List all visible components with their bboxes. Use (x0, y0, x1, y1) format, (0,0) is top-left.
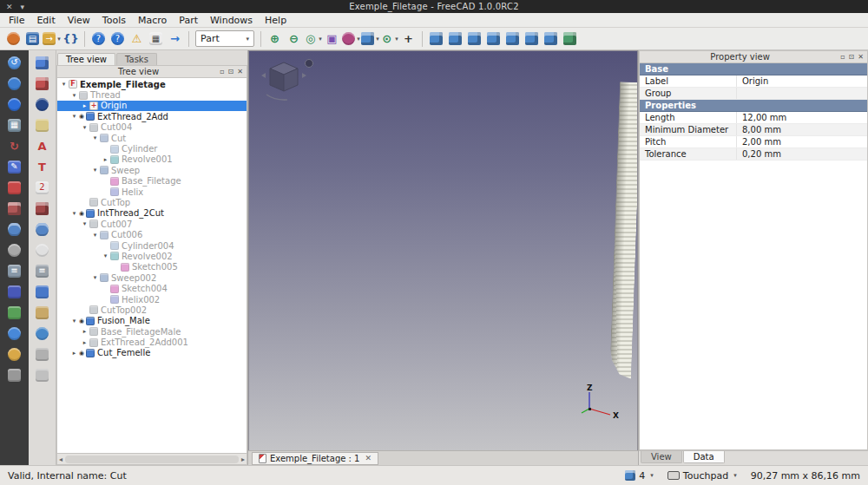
tree-item-cut007[interactable]: ▾Cut007 (57, 219, 247, 229)
tree-item-cut006[interactable]: ▾Cut006 (57, 229, 247, 239)
tree-horizontal-scrollbar[interactable]: ◂ ▸ (56, 454, 247, 465)
stack-button[interactable]: ≡ (33, 263, 52, 279)
visibility-eye-icon[interactable]: ◉ (79, 350, 84, 357)
tree-item-helix002[interactable]: Helix002 (57, 294, 247, 305)
tree-item-thread[interactable]: ▾Thread (57, 89, 247, 100)
tree-item-sketch004[interactable]: Sketch004 (57, 283, 247, 293)
sphere-white-button[interactable] (33, 242, 52, 258)
axis-cross-button[interactable]: + (399, 29, 418, 48)
box-light-button[interactable] (33, 346, 52, 362)
scroll-right-icon[interactable]: ▸ (241, 456, 245, 463)
tab-close-icon[interactable]: ✕ (365, 454, 372, 462)
sphere-gray-button[interactable] (5, 242, 24, 258)
tree-item-cuttop002[interactable]: CutTop002 (57, 305, 247, 315)
chip-button[interactable] (5, 284, 24, 299)
property-row-tolerance[interactable]: Tolerance0,20 mm (640, 148, 867, 161)
expander-icon[interactable]: ▾ (80, 124, 89, 131)
book-button[interactable] (5, 305, 24, 320)
title-bar[interactable]: ✕ ▾ Exemple_Filetage - FreeCAD 1.0.0RC2 (0, 0, 868, 13)
stop-button[interactable] (5, 180, 24, 195)
dock-close-icon[interactable]: ✕ (858, 53, 864, 61)
cube-red-button[interactable] (33, 75, 52, 91)
box-gray-button[interactable] (5, 367, 24, 383)
tree-item-helix[interactable]: Helix (57, 187, 247, 197)
tree-item-base_filetage[interactable]: Base_Filetage (57, 176, 247, 187)
document-tab[interactable]: Exemple_Filetage : 1 ✕ (252, 452, 378, 465)
expander-icon[interactable]: ▾ (69, 318, 79, 324)
expander-icon[interactable]: ▾ (90, 167, 100, 174)
property-row-group[interactable]: Group (640, 88, 867, 100)
property-value[interactable]: 2,00 mm (737, 136, 867, 147)
tree-item-cut_femelle[interactable]: ▸◉Cut_Femelle (57, 348, 247, 358)
tree-item-exemple_filetage[interactable]: ▾FExemple_Filetage (57, 79, 247, 89)
dock-float-icon[interactable]: ⊡ (228, 68, 234, 75)
expander-icon[interactable]: ▾ (90, 274, 100, 281)
brick-button[interactable] (5, 200, 24, 216)
cube-blue-button[interactable] (33, 55, 52, 70)
tree-item-cylinder004[interactable]: Cylinder004 (57, 240, 247, 251)
property-row-label[interactable]: LabelOrigin (640, 75, 867, 88)
edit-pencil-button[interactable]: ✎ (5, 159, 24, 174)
expander-icon[interactable]: ▾ (69, 210, 79, 217)
circle-navy-button[interactable] (33, 96, 52, 112)
shade-window-icon[interactable]: ▾ (21, 3, 25, 11)
expander-icon[interactable]: ▾ (69, 92, 79, 99)
navigation-cube[interactable] (254, 55, 317, 103)
draw-style-button[interactable]: ▾ (342, 29, 360, 48)
visibility-eye-icon[interactable]: ◉ (79, 113, 84, 120)
rotate-left-button[interactable]: ↺ (5, 55, 24, 70)
redo-arrow-button[interactable]: ↻ (5, 138, 24, 154)
tab-tasks[interactable]: Tasks (116, 53, 157, 65)
tree-item-revolve001[interactable]: ▸Revolve001 (57, 154, 247, 165)
tree-item-intthread_2cut[interactable]: ▾◉IntThread_2Cut (57, 208, 247, 219)
tree-item-cuttop[interactable]: CutTop (57, 197, 247, 207)
expander-icon[interactable]: ▾ (59, 81, 69, 88)
menu-edit[interactable]: Edit (30, 14, 61, 27)
view-top-button[interactable] (465, 29, 483, 48)
expander-icon[interactable]: ▾ (90, 134, 100, 141)
property-value[interactable]: Origin (737, 75, 867, 87)
view-selector[interactable]: 4 ▾ (625, 470, 654, 482)
tree-panel-header[interactable]: Tree view ▫ ⊡ ✕ (56, 65, 247, 78)
property-value[interactable]: 0,20 mm (737, 148, 867, 160)
view-isometric-button[interactable] (427, 29, 445, 48)
box-selection-button[interactable]: ▾ (361, 29, 379, 48)
property-group-base[interactable]: Base (640, 63, 867, 75)
cube-dark-button[interactable] (33, 200, 52, 216)
view-front-button[interactable] (446, 29, 464, 48)
menu-help[interactable]: Help (259, 14, 293, 27)
expander-icon[interactable]: ▸ (80, 102, 89, 109)
view-bottom-button[interactable] (523, 29, 541, 48)
letter-t-button[interactable]: T (33, 159, 52, 174)
fit-all-button[interactable]: ◎▾ (304, 29, 322, 48)
sync-view-button[interactable]: ▣ (323, 29, 341, 48)
expander-icon[interactable]: ▾ (101, 252, 110, 259)
report-view-button[interactable]: ▦ (147, 29, 165, 48)
view-left-button[interactable] (542, 29, 560, 48)
property-value[interactable]: 12,00 mm (737, 112, 867, 123)
tree-item-extthread_2add001[interactable]: ▸ExtThread_2Add001 (57, 337, 247, 347)
tree-item-revolve002[interactable]: ▾Revolve002 (57, 251, 247, 261)
expander-icon[interactable]: ▸ (101, 156, 110, 163)
clock-button[interactable] (5, 75, 24, 91)
menu-file[interactable]: File (3, 14, 30, 27)
property-row-length[interactable]: Length12,00 mm (640, 112, 867, 124)
property-row-minimum-diameter[interactable]: Minimum Diameter8,00 mm (640, 124, 867, 136)
forward-button[interactable]: → (166, 29, 184, 48)
tree-item-fusion_male[interactable]: ▾◉Fusion_Male (57, 316, 247, 326)
tree-item-sweep002[interactable]: ▾Sweep002 (57, 272, 247, 283)
zoom-tools-button[interactable]: ⊙▾ (380, 29, 398, 48)
marker-button[interactable] (33, 117, 52, 133)
scrollbar-track[interactable] (65, 456, 239, 463)
menu-view[interactable]: View (62, 14, 96, 27)
dock-overlay-icon[interactable]: ▫ (220, 68, 224, 75)
property-group-properties[interactable]: Properties (640, 100, 867, 112)
lamp-button[interactable] (5, 346, 24, 362)
view-rear-button[interactable] (503, 29, 522, 48)
tree-item-origin[interactable]: ▸+Origin (57, 101, 247, 111)
tree-item-cut[interactable]: ▾Cut (57, 133, 247, 143)
spreadsheet-button[interactable]: ▦ (5, 117, 24, 133)
number-2-button[interactable]: 2 (33, 180, 52, 195)
menu-tools[interactable]: Tools (96, 14, 132, 27)
menu-macro[interactable]: Macro (132, 14, 173, 27)
